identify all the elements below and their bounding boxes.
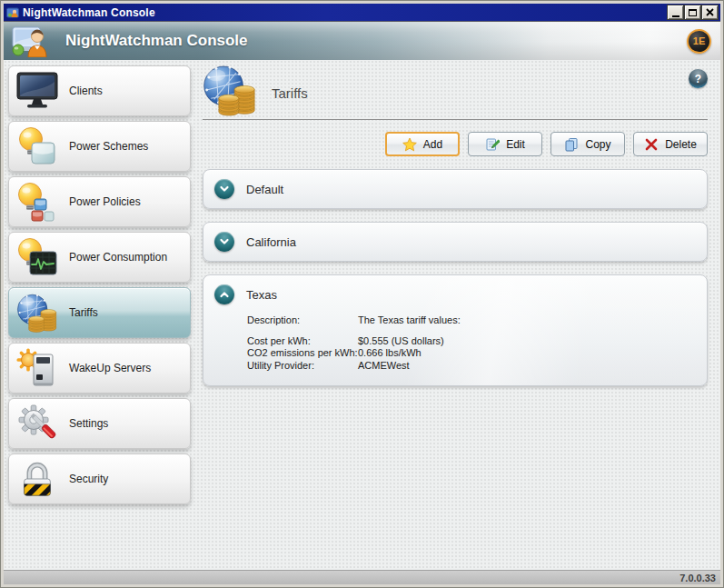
tariff-name: California — [246, 235, 296, 249]
detail-value: ACMEWest — [358, 360, 696, 373]
tariff-item-default: Default — [203, 169, 708, 209]
collapse-button[interactable] — [214, 284, 234, 304]
main-panel: Tariffs ? Add — [195, 60, 720, 570]
edit-button[interactable]: Edit — [468, 132, 542, 156]
sidebar-item-label: Power Policies — [69, 195, 141, 208]
sidebar-item-label: Power Schemes — [69, 140, 148, 153]
nightwatchman-logo-icon — [11, 25, 53, 57]
detail-value: $0.555 (US dollars) — [358, 335, 696, 348]
star-icon — [402, 137, 417, 152]
version-label: 7.0.0.33 — [679, 573, 716, 583]
sidebar-item-label: Clients — [69, 85, 103, 97]
tariff-name: Texas — [246, 288, 277, 302]
sidebar-item-label: Tariffs — [69, 306, 98, 319]
add-button[interactable]: Add — [385, 132, 460, 156]
tariff-details: Description: The Texas tariff values: Co… — [214, 304, 696, 376]
detail-value: 0.666 lbs/kWh — [358, 347, 696, 360]
detail-label: Utility Provider: — [247, 360, 358, 373]
sun-server-icon — [16, 347, 58, 389]
copy-button[interactable]: Copy — [550, 132, 625, 156]
delete-button[interactable]: Delete — [633, 132, 708, 156]
globe-coins-icon — [16, 293, 58, 333]
sidebar-item-label: Power Consumption — [69, 251, 167, 264]
sidebar-item-label: Security — [69, 473, 108, 485]
detail-row-co2: CO2 emissions per kWh: 0.666 lbs/kWh — [247, 347, 696, 360]
tariff-item-texas: Texas Description: The Texas tariff valu… — [203, 274, 708, 386]
maximize-icon — [689, 9, 697, 16]
monitor-icon — [16, 72, 58, 110]
tariff-header-default[interactable]: Default — [214, 179, 696, 199]
copy-icon — [564, 137, 579, 152]
tariff-item-california: California — [203, 222, 708, 262]
status-bar: 7.0.0.33 — [4, 570, 720, 584]
sidebar-item-power-policies[interactable]: Power Policies — [8, 176, 191, 227]
app-window: NightWatchman Console — [0, 0, 724, 588]
sidebar: Clients Power Schemes — [4, 60, 195, 570]
expand-button[interactable] — [214, 232, 234, 252]
sidebar-item-power-schemes[interactable]: Power Schemes — [8, 121, 191, 172]
bulb-graph-icon — [16, 236, 58, 278]
close-button[interactable] — [702, 5, 718, 19]
maximize-button[interactable] — [685, 5, 700, 19]
help-button[interactable]: ? — [689, 69, 708, 88]
detail-label: Cost per kWh: — [247, 335, 358, 348]
sidebar-item-label: WakeUp Servers — [69, 362, 151, 374]
tariffs-page-icon — [203, 64, 257, 120]
app-title: NightWatchman Console — [65, 32, 687, 50]
edit-icon — [485, 137, 500, 152]
app-icon — [6, 6, 19, 19]
delete-x-icon — [644, 137, 659, 152]
detail-row-cost: Cost per kWh: $0.555 (US dollars) — [247, 335, 696, 348]
chevron-up-icon — [219, 289, 230, 300]
question-mark-icon: ? — [695, 74, 701, 85]
tariff-name: Default — [246, 183, 283, 196]
expand-button[interactable] — [214, 179, 234, 199]
titlebar: NightWatchman Console — [4, 4, 720, 21]
chevron-down-icon — [219, 184, 230, 194]
toolbar: Add Edit — [203, 132, 708, 156]
sidebar-item-label: Settings — [69, 417, 108, 430]
minimize-icon — [672, 15, 679, 17]
detail-value: The Texas tariff values: — [358, 314, 696, 327]
sidebar-item-security[interactable]: Security — [8, 453, 191, 504]
sidebar-item-power-consumption[interactable]: Power Consumption — [8, 232, 191, 283]
detail-row-description: Description: The Texas tariff values: — [247, 314, 696, 327]
window-title: NightWatchman Console — [23, 6, 664, 18]
detail-label: Description: — [247, 314, 358, 327]
content-area: Clients Power Schemes — [4, 60, 720, 570]
tariff-header-california[interactable]: California — [214, 232, 696, 252]
minimize-button[interactable] — [668, 5, 683, 19]
gear-screwdriver-icon — [16, 403, 58, 444]
sidebar-item-settings[interactable]: Settings — [8, 398, 191, 449]
detail-label: CO2 emissions per kWh: — [247, 347, 358, 360]
close-icon — [706, 8, 714, 16]
page-title: Tariffs — [272, 85, 308, 101]
header-separator — [203, 119, 708, 120]
padlock-icon — [16, 459, 58, 499]
tariff-list: Default California — [203, 169, 708, 386]
sidebar-item-clients[interactable]: Clients — [8, 65, 191, 116]
sidebar-item-wakeup-servers[interactable]: WakeUp Servers — [8, 343, 191, 394]
main-header: Tariffs ? — [203, 62, 708, 122]
bulb-squares-icon — [16, 181, 58, 223]
tariff-header-texas[interactable]: Texas — [214, 284, 696, 304]
sidebar-item-tariffs[interactable]: Tariffs — [8, 287, 191, 338]
1e-logo: 1E — [687, 29, 711, 54]
bulb-square-icon — [16, 125, 58, 167]
chevron-down-icon — [219, 236, 230, 247]
app-header: NightWatchman Console 1E — [4, 21, 720, 60]
detail-row-provider: Utility Provider: ACMEWest — [247, 360, 696, 373]
